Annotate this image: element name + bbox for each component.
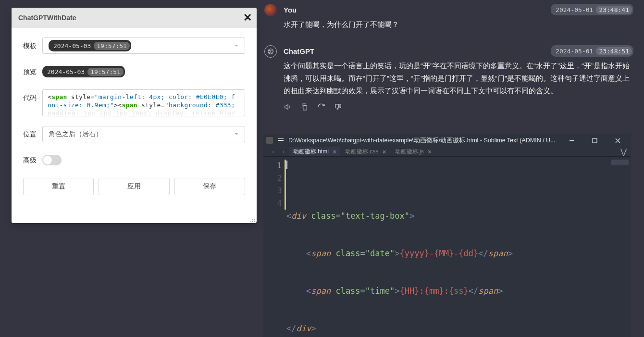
author-name: You [284, 6, 297, 14]
label-code: 代码 [23, 89, 42, 106]
label-template: 模板 [23, 37, 42, 54]
preview-badge: 2024-05-03 19:57:51 [42, 66, 125, 77]
position-value: 角色之后（居右） [49, 130, 102, 138]
template-select[interactable]: 2024-05-03 19:57:51 [42, 37, 245, 54]
user-message: You 2024-05-01 23:48:41 水开了能喝，为什么门开了不能喝？ [264, 0, 633, 35]
apply-button[interactable]: 应用 [99, 178, 169, 195]
svg-point-0 [268, 49, 273, 54]
speaker-icon[interactable] [284, 103, 292, 111]
gpt-avatar-icon [264, 45, 277, 58]
label-preview: 预览 [23, 63, 42, 80]
svg-rect-2 [593, 138, 597, 143]
advanced-switch[interactable] [42, 155, 62, 165]
tab-css[interactable]: 动画徽标.css× [341, 147, 390, 156]
line-gutter: 1 2 3 4 [263, 157, 286, 337]
resize-grip-icon[interactable] [249, 215, 256, 222]
tab-js[interactable]: 动画徽标.js× [391, 147, 435, 156]
save-button[interactable]: 保存 [174, 178, 245, 195]
tab-html[interactable]: 动画徽标.html× [289, 147, 340, 156]
author-name: ChatGPT [284, 47, 314, 55]
tab-close-icon[interactable]: × [333, 148, 336, 156]
copy-icon[interactable] [300, 103, 309, 111]
code-input[interactable]: <span style="margin-left: 4px; color: #E… [42, 89, 245, 116]
sublime-window: D:\Workspace\Web\chatgpt-with-date\examp… [263, 134, 631, 326]
timestamp-time: 23:48:41 [596, 6, 632, 14]
editor-area[interactable]: 1 2 3 4 <div class="text-tag-box"> <span… [263, 157, 631, 337]
sublime-tabs: ‹ › 动画徽标.html× 动画徽标.css× 动画徽标.js× ⋁ [263, 147, 631, 157]
tab-nav-back[interactable]: ‹ [268, 149, 278, 155]
svg-rect-1 [303, 106, 307, 110]
assistant-message: ChatGPT 2024-05-01 23:48:51 这个问题其实是一个语言上… [264, 41, 633, 115]
close-icon[interactable]: ✕ [238, 12, 252, 24]
chevron-down-icon [234, 43, 239, 48]
tab-close-icon[interactable]: × [383, 148, 386, 156]
position-select[interactable]: 角色之后（居右） [42, 126, 245, 142]
sublime-logo-icon [266, 137, 273, 144]
sublime-titlebar[interactable]: D:\Workspace\Web\chatgpt-with-date\examp… [263, 134, 631, 147]
timestamp-date: 2024-05-01 [556, 48, 593, 55]
message-text: 水开了能喝，为什么门开了不能喝？ [284, 18, 633, 31]
badge-date: 2024-05-03 [53, 42, 91, 50]
label-advanced: 高级 [23, 152, 42, 168]
regenerate-icon[interactable] [317, 103, 325, 111]
chevron-down-icon [234, 132, 239, 137]
chat-panel: You 2024-05-01 23:48:41 水开了能喝，为什么门开了不能喝？… [264, 0, 633, 125]
hamburger-icon[interactable] [278, 138, 284, 143]
window-title: D:\Workspace\Web\chatgpt-with-date\examp… [288, 137, 557, 145]
label-position: 位置 [23, 126, 42, 142]
reset-button[interactable]: 重置 [23, 178, 94, 195]
tab-overflow-icon[interactable]: ⋁ [620, 147, 627, 156]
dialog-title: ChatGPTWithDate [18, 14, 238, 22]
message-text: 这个问题其实是一个语言上的笑话，玩的是“开”字在不同语境下的多重意义。在“水开了… [284, 60, 633, 97]
badge-time: 19:57:51 [94, 42, 130, 50]
timestamp-badge: 2024-05-01 23:48:41 [551, 4, 633, 15]
timestamp-badge: 2024-05-01 23:48:51 [551, 45, 633, 57]
code-content[interactable]: <div class="text-tag-box"> <span class="… [286, 157, 631, 337]
minimap[interactable] [611, 160, 629, 165]
minimize-button[interactable] [561, 134, 582, 147]
template-badge: 2024-05-03 19:57:51 [49, 40, 131, 51]
timestamp-date: 2024-05-01 [556, 6, 593, 13]
user-avatar-icon [264, 4, 277, 16]
badge-time: 19:57:51 [87, 68, 124, 76]
settings-dialog[interactable]: ChatGPTWithDate ✕ 模板 2024-05-03 19:57:51… [12, 8, 257, 223]
dialog-header: ChatGPTWithDate ✕ [12, 8, 257, 28]
badge-date: 2024-05-03 [47, 68, 85, 75]
thumbs-down-icon[interactable] [334, 103, 342, 111]
message-actions [284, 103, 633, 111]
close-button[interactable] [607, 134, 628, 147]
tab-nav-forward[interactable]: › [279, 149, 288, 155]
maximize-button[interactable] [584, 134, 605, 147]
timestamp-time: 23:48:51 [596, 47, 632, 55]
tab-close-icon[interactable]: × [428, 148, 432, 156]
